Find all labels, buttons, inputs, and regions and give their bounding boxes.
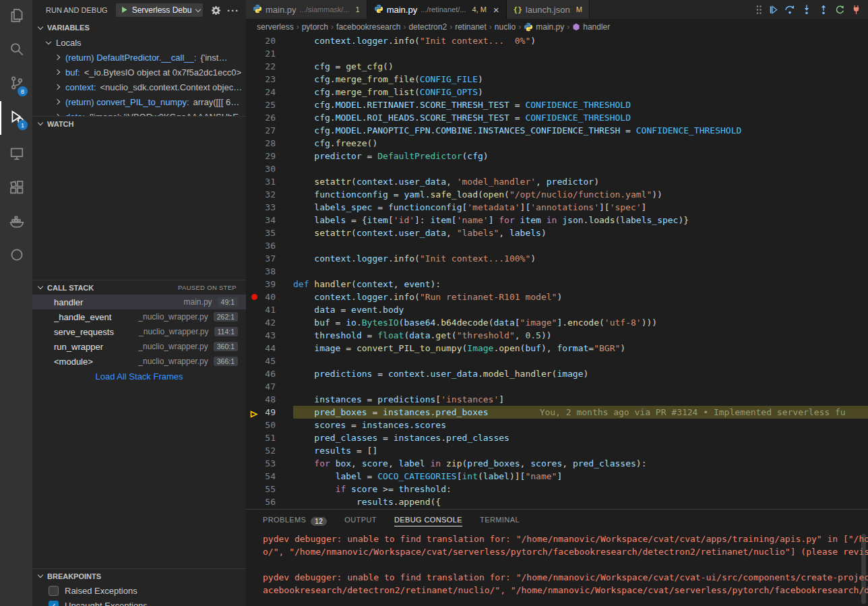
gutter[interactable]: 50 bbox=[246, 419, 293, 431]
load-all-stack-frames-link[interactable]: Load All Stack Frames bbox=[32, 369, 246, 385]
code-line-content[interactable]: def handler(context, event): bbox=[293, 278, 868, 291]
breadcrumb-item-nuclio[interactable]: nuclio bbox=[495, 22, 516, 32]
code-line-content[interactable] bbox=[293, 47, 868, 60]
code-line-content[interactable]: cfg.merge_from_file(CONFIG_FILE) bbox=[293, 73, 868, 86]
gutter[interactable]: 32 bbox=[246, 188, 293, 201]
variable-row[interactable]: context:<nuclio_sdk.context.Context obje… bbox=[32, 80, 246, 94]
panel-tab-problems[interactable]: PROBLEMS12 bbox=[263, 516, 327, 526]
code-line-content[interactable] bbox=[293, 162, 868, 175]
code-line-content[interactable] bbox=[293, 380, 868, 393]
breadcrumb-item-retinanet[interactable]: retinanet bbox=[455, 22, 487, 32]
gutter[interactable]: 24 bbox=[246, 86, 293, 98]
call-stack-frame[interactable]: handlermain.py49:1 bbox=[32, 295, 246, 309]
code-line-content[interactable]: threshold = float(data.get("threshold", … bbox=[293, 329, 868, 342]
code-line-content[interactable]: predictions = context.user_data.model_ha… bbox=[293, 367, 868, 380]
close-icon[interactable]: × bbox=[493, 4, 499, 16]
gutter[interactable]: 20 bbox=[246, 34, 293, 47]
code-line-content[interactable]: instances = predictions['instances'] bbox=[293, 393, 868, 406]
gutter[interactable]: 42 bbox=[246, 316, 293, 329]
gutter[interactable]: 37 bbox=[246, 252, 293, 265]
activity-bar-item-remote-explorer[interactable] bbox=[0, 138, 32, 172]
editor-tab[interactable]: main.py.../siammask/...1 bbox=[246, 0, 367, 19]
debug-console-output[interactable]: pydev debugger: unable to find translati… bbox=[246, 533, 868, 606]
editor-tab[interactable]: {}launch.jsonM bbox=[507, 0, 590, 19]
step-out-button[interactable] bbox=[818, 4, 829, 15]
code-line-content[interactable]: if score >= threshold: bbox=[293, 483, 868, 495]
start-debugging-icon[interactable] bbox=[121, 5, 128, 16]
code-line-content[interactable]: results.append({ bbox=[293, 495, 868, 508]
debug-config-picker[interactable]: Serverless Debu bbox=[116, 3, 203, 17]
panel-tab-terminal[interactable]: TERMINAL bbox=[480, 516, 520, 526]
panel-tab-debug-console[interactable]: DEBUG CONSOLE bbox=[394, 516, 462, 526]
gutter[interactable]: 23 bbox=[246, 73, 293, 86]
breakpoints-section-header[interactable]: BREAKPOINTS bbox=[32, 568, 246, 583]
gutter[interactable]: 30 bbox=[246, 162, 293, 175]
gutter[interactable]: 46 bbox=[246, 367, 293, 380]
gutter[interactable]: 33 bbox=[246, 201, 293, 214]
gutter[interactable]: 34 bbox=[246, 214, 293, 226]
gutter[interactable]: 51 bbox=[246, 431, 293, 444]
breakpoint-item[interactable]: ✓Uncaught Exceptions bbox=[32, 598, 246, 606]
activity-bar-item-circle[interactable] bbox=[0, 239, 32, 273]
code-line-content[interactable]: pred_classes = instances.pred_classes bbox=[293, 431, 868, 444]
variable-row[interactable]: (return) convert_PIL_to_numpy:array([[[ … bbox=[32, 94, 246, 109]
gutter[interactable]: 52 bbox=[246, 444, 293, 457]
gutter[interactable]: 28 bbox=[246, 137, 293, 150]
code-line-content[interactable]: cfg.MODEL.ROI_HEADS.SCORE_THRESH_TEST = … bbox=[293, 111, 868, 124]
code-line-content[interactable]: cfg.MODEL.PANOPTIC_FPN.COMBINE.INSTANCES… bbox=[293, 124, 868, 137]
code-line-content[interactable]: cfg.merge_from_list(CONFIG_OPTS) bbox=[293, 86, 868, 98]
gutter[interactable]: 48 bbox=[246, 393, 293, 406]
checkbox-unchecked[interactable] bbox=[49, 586, 59, 596]
gutter[interactable]: 25 bbox=[246, 98, 293, 111]
activity-bar-item-run-and-debug[interactable]: 1 bbox=[0, 101, 32, 135]
code-line-content[interactable]: cfg.freeze() bbox=[293, 137, 868, 150]
activity-bar-item-search[interactable] bbox=[0, 34, 32, 67]
variable-row[interactable]: data:{'image': 'iVBORw0KGgoAAAANSUhE… bbox=[32, 109, 246, 116]
code-line-content[interactable] bbox=[293, 265, 868, 278]
drag-grip-icon[interactable] bbox=[755, 4, 762, 16]
gutter[interactable]: 54 bbox=[246, 470, 293, 483]
gutter[interactable]: 44 bbox=[246, 342, 293, 355]
code-line-content[interactable]: cfg = get_cfg() bbox=[293, 60, 868, 73]
code-line-content[interactable]: label = COCO_CATEGORIES[int(label)]["nam… bbox=[293, 470, 868, 483]
breadcrumb-item-serverless[interactable]: serverless bbox=[257, 22, 294, 32]
code-line-content[interactable]: setattr(context.user_data, 'model_handle… bbox=[293, 175, 868, 188]
code-line-content[interactable]: buf = io.BytesIO(base64.b64decode(data["… bbox=[293, 316, 868, 329]
gutter[interactable]: 47 bbox=[246, 380, 293, 393]
gutter[interactable]: 36 bbox=[246, 239, 293, 252]
call-stack-frame[interactable]: run_wrapper_nuclio_wrapper.py360:1 bbox=[32, 339, 246, 354]
gutter[interactable]: 29 bbox=[246, 150, 293, 162]
call-stack-frame[interactable]: _handle_event_nuclio_wrapper.py262:1 bbox=[32, 309, 246, 324]
continue-button[interactable] bbox=[768, 5, 778, 15]
code-line-content[interactable]: labels = {item['id']: item['name'] for i… bbox=[293, 214, 868, 226]
gutter[interactable]: 39 bbox=[246, 278, 293, 291]
code-line-content[interactable] bbox=[293, 239, 868, 252]
breadcrumb-item-detectron2[interactable]: detectron2 bbox=[408, 22, 447, 32]
editor-tab[interactable]: main.py.../retinanet/...4, M× bbox=[367, 0, 507, 19]
more-actions-icon[interactable]: ··· bbox=[227, 5, 239, 16]
breakpoint-item[interactable]: Raised Exceptions bbox=[32, 583, 246, 598]
breadcrumb-item-pytorch[interactable]: pytorch bbox=[302, 22, 328, 32]
gutter[interactable]: 38 bbox=[246, 265, 293, 278]
code-line-content[interactable]: context.logger.info("Init context...100%… bbox=[293, 252, 868, 265]
code-line-content[interactable]: for box, score, label in zip(pred_boxes,… bbox=[293, 457, 868, 470]
gutter[interactable]: 43 bbox=[246, 329, 293, 342]
code-line-content[interactable]: context.logger.info("Run retinanet-R101 … bbox=[293, 291, 868, 303]
panel-scrollbar[interactable] bbox=[861, 534, 866, 604]
gear-icon[interactable] bbox=[210, 5, 222, 16]
gutter[interactable]: 45 bbox=[246, 355, 293, 367]
code-line-content[interactable]: setattr(context.user_data, "labels", lab… bbox=[293, 226, 868, 239]
activity-bar-item-source-control[interactable]: 8 bbox=[0, 67, 32, 101]
call-stack-frame[interactable]: serve_requests_nuclio_wrapper.py114:1 bbox=[32, 324, 246, 339]
gutter[interactable]: 27 bbox=[246, 124, 293, 137]
breakpoint-icon[interactable] bbox=[251, 294, 257, 300]
gutter[interactable]: 40 bbox=[246, 291, 293, 303]
code-line-content[interactable]: labels_spec = functionconfig['metadata']… bbox=[293, 201, 868, 214]
variables-section-header[interactable]: VARIABLES bbox=[32, 20, 246, 35]
code-line-content[interactable]: pred_boxes = instances.pred_boxesYou, 2 … bbox=[293, 406, 868, 419]
gutter[interactable]: 41 bbox=[246, 303, 293, 316]
breadcrumb-item-handler[interactable]: handler bbox=[572, 22, 610, 32]
gutter[interactable]: 21 bbox=[246, 47, 293, 60]
activity-bar-item-docker[interactable] bbox=[0, 206, 32, 239]
breadcrumb-item-main-py[interactable]: main.py bbox=[524, 22, 564, 32]
